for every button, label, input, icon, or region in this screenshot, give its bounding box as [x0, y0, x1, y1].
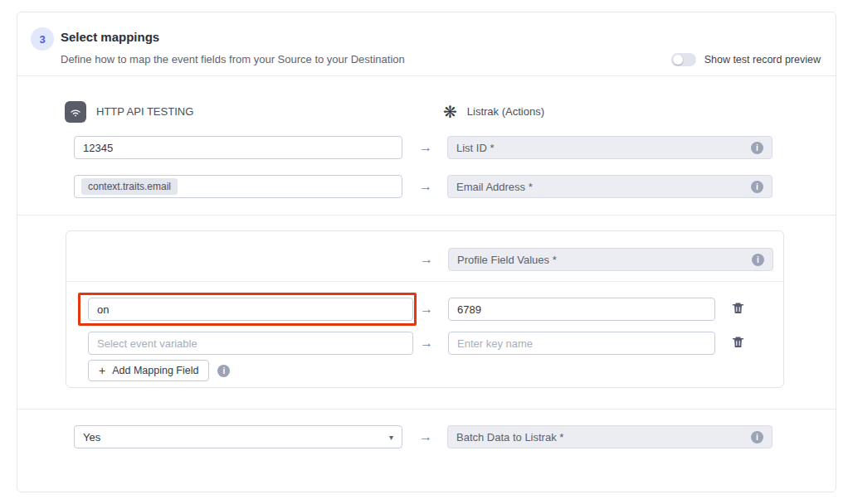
arrow-icon: →: [407, 136, 444, 159]
profile-destination-label: Profile Field Values *: [457, 254, 752, 266]
select-mappings-card: 3 Select mappings Define how to map the …: [17, 12, 836, 492]
page-title: Select mappings: [61, 30, 159, 44]
step-number-badge: 3: [31, 27, 54, 51]
mapping-row: [88, 298, 413, 321]
listrak-logo-icon: ❋: [443, 104, 457, 120]
destination-name-label: Listrak (Actions): [467, 105, 544, 118]
show-test-record-preview-toggle[interactable]: [671, 53, 696, 66]
list-id-source-cell: [74, 136, 402, 159]
section-divider: [17, 215, 836, 216]
batch-destination-field: Batch Data to Listrak * i: [447, 425, 773, 448]
mapping-key-input[interactable]: [88, 298, 413, 321]
info-icon[interactable]: i: [751, 142, 763, 154]
mapping-row: [448, 332, 715, 355]
add-mapping-field-label: Add Mapping Field: [112, 365, 198, 376]
list-id-destination-label: List ID *: [456, 142, 751, 154]
http-api-source-icon: [65, 101, 86, 123]
source-name-label: HTTP API TESTING: [96, 105, 193, 118]
trash-icon[interactable]: [730, 301, 745, 316]
toggle-label: Show test record preview: [704, 54, 821, 65]
info-icon[interactable]: i: [751, 181, 763, 193]
profile-group-header: → Profile Field Values * i: [66, 231, 783, 282]
batch-data-selected-value: Yes: [83, 431, 389, 443]
info-icon[interactable]: i: [751, 431, 763, 443]
arrow-icon: →: [408, 298, 445, 321]
plus-icon: +: [99, 365, 105, 376]
email-destination-field: Email Address * i: [447, 175, 773, 198]
list-id-input[interactable]: [74, 136, 402, 159]
arrow-icon: →: [407, 425, 444, 448]
add-mapping-field-button[interactable]: + Add Mapping Field: [88, 360, 209, 381]
source-column-header: HTTP API TESTING: [65, 100, 193, 123]
list-id-destination-field: List ID * i: [447, 136, 773, 159]
batch-destination-label: Batch Data to Listrak *: [456, 431, 751, 443]
email-source-input[interactable]: context.traits.email: [74, 175, 402, 198]
toggle-knob: [673, 55, 683, 65]
info-icon[interactable]: i: [752, 254, 764, 266]
event-variable-chip[interactable]: context.traits.email: [81, 178, 178, 195]
destination-column-header: ❋ Listrak (Actions): [443, 100, 544, 123]
test-record-preview-toggle-group: Show test record preview: [671, 53, 821, 66]
chevron-down-icon: ▾: [389, 433, 393, 442]
profile-destination-field: Profile Field Values * i: [448, 248, 773, 271]
arrow-icon: →: [408, 248, 445, 271]
section-divider: [17, 409, 836, 410]
mapping-key-input[interactable]: [88, 332, 413, 355]
email-destination-label: Email Address *: [456, 181, 751, 193]
batch-data-select[interactable]: Yes ▾: [74, 425, 402, 448]
page-subtitle: Define how to map the event fields from …: [61, 53, 405, 65]
mapping-value-input[interactable]: [448, 332, 715, 355]
arrow-icon: →: [407, 175, 444, 198]
add-mapping-row: + Add Mapping Field i: [88, 360, 230, 381]
mapping-value-input[interactable]: [448, 298, 715, 321]
trash-icon[interactable]: [730, 335, 745, 350]
info-icon[interactable]: i: [217, 365, 230, 377]
mapping-row: [448, 298, 715, 321]
arrow-icon: →: [408, 332, 445, 355]
header-divider: [17, 75, 836, 76]
mapping-row: [88, 332, 413, 355]
profile-field-values-group: → Profile Field Values * i →: [66, 230, 784, 388]
